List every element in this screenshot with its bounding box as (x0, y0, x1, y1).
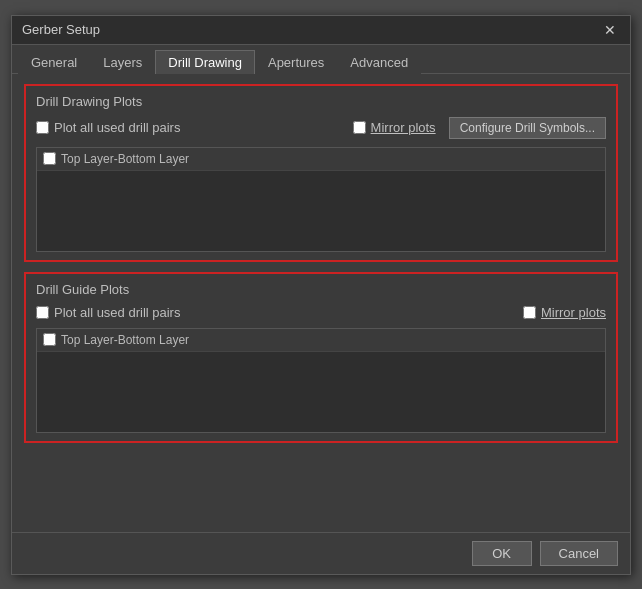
drill-guide-section: Drill Guide Plots Plot all used drill pa… (24, 272, 618, 443)
configure-drill-symbols-button[interactable]: Configure Drill Symbols... (449, 117, 606, 139)
drill-drawing-layer-item: Top Layer-Bottom Layer (37, 148, 605, 171)
plot-all-label: Plot all used drill pairs (54, 120, 180, 135)
mirror-plots-checkbox[interactable]: Mirror plots (353, 120, 436, 135)
drill-guide-layer-list: Top Layer-Bottom Layer (36, 328, 606, 433)
drill-drawing-title: Drill Drawing Plots (36, 94, 606, 109)
tab-apertures[interactable]: Apertures (255, 50, 337, 74)
tab-drill-drawing[interactable]: Drill Drawing (155, 50, 255, 74)
gerber-setup-dialog: Gerber Setup ✕ General Layers Drill Draw… (11, 15, 631, 575)
tab-layers[interactable]: Layers (90, 50, 155, 74)
ok-button[interactable]: OK (472, 541, 532, 566)
drill-drawing-options-row: Plot all used drill pairs Mirror plots C… (36, 117, 606, 139)
close-button[interactable]: ✕ (600, 22, 620, 38)
drill-guide-plot-all-label: Plot all used drill pairs (54, 305, 180, 320)
tab-general[interactable]: General (18, 50, 90, 74)
drill-guide-spacer (37, 352, 605, 432)
cancel-button[interactable]: Cancel (540, 541, 618, 566)
layer-item-checkbox[interactable] (43, 152, 56, 165)
drill-drawing-section: Drill Drawing Plots Plot all used drill … (24, 84, 618, 262)
dialog-title: Gerber Setup (22, 22, 100, 37)
drill-guide-mirror-group: Mirror plots (523, 305, 606, 320)
tab-bar: General Layers Drill Drawing Apertures A… (12, 45, 630, 74)
drill-guide-mirror-label: Mirror plots (541, 305, 606, 320)
dialog-footer: OK Cancel (12, 532, 630, 574)
drill-guide-options-row: Plot all used drill pairs Mirror plots (36, 305, 606, 320)
drill-drawing-spacer (37, 171, 605, 251)
tab-advanced[interactable]: Advanced (337, 50, 421, 74)
drill-guide-title: Drill Guide Plots (36, 282, 606, 297)
title-bar: Gerber Setup ✕ (12, 16, 630, 45)
layer-item-label: Top Layer-Bottom Layer (61, 152, 189, 166)
drill-guide-layer-checkbox[interactable] (43, 333, 56, 346)
drill-drawing-layer-list: Top Layer-Bottom Layer (36, 147, 606, 252)
plot-all-drill-pairs-checkbox[interactable]: Plot all used drill pairs (36, 120, 180, 135)
drill-guide-mirror-checkbox[interactable]: Mirror plots (523, 305, 606, 320)
drill-guide-plot-all-checkbox[interactable]: Plot all used drill pairs (36, 305, 180, 320)
tab-content: Drill Drawing Plots Plot all used drill … (12, 74, 630, 532)
mirror-group: Mirror plots Configure Drill Symbols... (353, 117, 606, 139)
drill-guide-layer-item: Top Layer-Bottom Layer (37, 329, 605, 352)
mirror-label: Mirror plots (371, 120, 436, 135)
drill-guide-layer-label: Top Layer-Bottom Layer (61, 333, 189, 347)
